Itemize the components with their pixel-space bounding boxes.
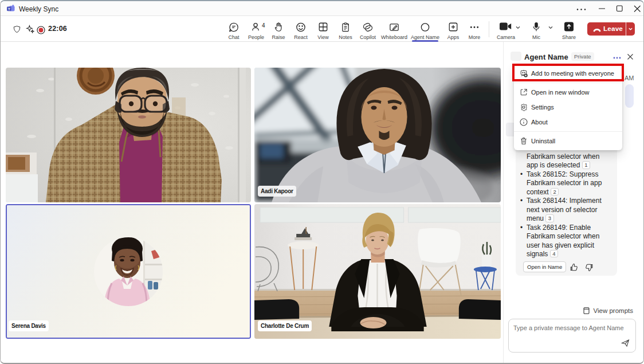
svg-text:T: T xyxy=(8,7,10,11)
